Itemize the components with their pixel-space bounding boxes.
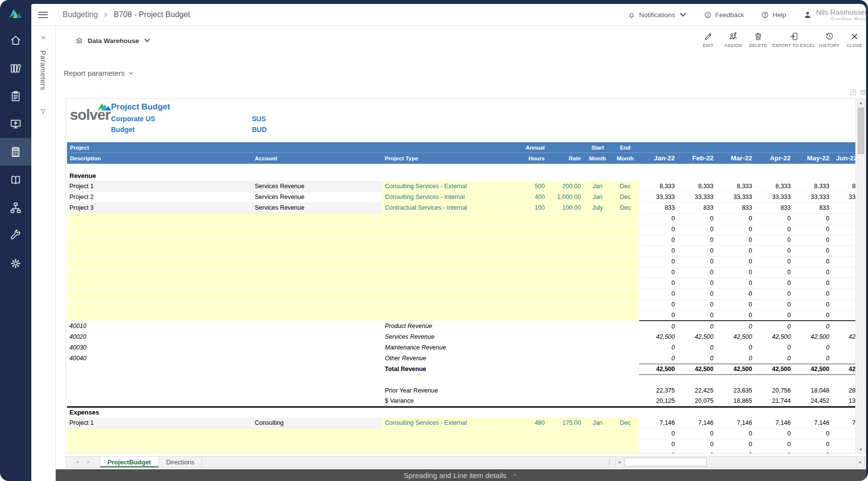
scroll-left-icon[interactable]: ◄: [615, 457, 623, 467]
scroll-right-icon[interactable]: ►: [856, 457, 865, 467]
cell-acct[interactable]: [252, 299, 382, 310]
cell-type[interactable]: [382, 450, 515, 454]
cell-type[interactable]: [382, 288, 515, 299]
cell-hours[interactable]: 400: [515, 192, 548, 202]
data-source-dropdown[interactable]: Data Warehouse: [75, 37, 151, 44]
cell-hours[interactable]: [515, 267, 548, 278]
cell-start[interactable]: [584, 256, 611, 267]
cell-rate[interactable]: 1,000.00: [548, 192, 584, 202]
cell-hours[interactable]: [515, 245, 548, 256]
cell-rate[interactable]: 200.00: [548, 181, 584, 192]
cell-rate[interactable]: [548, 224, 584, 235]
vertical-scrollbar[interactable]: ▲ ▼: [857, 98, 865, 454]
cell-type[interactable]: Consulting Services - External: [382, 417, 515, 428]
cell-hours[interactable]: [515, 235, 548, 245]
cell-type[interactable]: [382, 256, 515, 267]
cell-start[interactable]: [584, 267, 611, 278]
cell-desc[interactable]: [67, 267, 252, 278]
cell-start[interactable]: Jan: [584, 181, 611, 192]
cell-hours[interactable]: [515, 278, 548, 288]
cell-start[interactable]: July: [584, 202, 611, 213]
cell-end[interactable]: [611, 310, 639, 321]
cell-start[interactable]: [584, 213, 611, 224]
hamburger-menu-icon[interactable]: [38, 12, 48, 18]
cell-type[interactable]: Consulting Services - Internal: [382, 192, 515, 202]
sidebar-item-calculator[interactable]: [0, 138, 31, 166]
assign-button[interactable]: ASSIGN: [722, 31, 744, 48]
sidebar-item-tools[interactable]: [0, 221, 31, 249]
cell-desc[interactable]: [67, 235, 252, 245]
cell-start[interactable]: [584, 299, 611, 310]
spreading-details-expander[interactable]: Spreading and Line item details: [56, 469, 866, 481]
cell-hours[interactable]: [515, 299, 548, 310]
cell-rate[interactable]: 100.00: [548, 202, 584, 213]
horizontal-scroll-track[interactable]: [623, 457, 856, 467]
horizontal-scroll-thumb[interactable]: [624, 458, 707, 466]
cell-type[interactable]: [382, 245, 515, 256]
scroll-up-icon[interactable]: ▲: [857, 99, 865, 107]
cell-end[interactable]: [611, 450, 639, 454]
cell-type[interactable]: [382, 428, 515, 439]
cell-desc[interactable]: [67, 278, 252, 288]
cell-type[interactable]: [382, 224, 515, 235]
cell-type[interactable]: [382, 278, 515, 288]
feedback-button[interactable]: Feedback: [704, 11, 744, 19]
cell-desc[interactable]: [67, 450, 252, 454]
cell-start[interactable]: Jan: [584, 192, 611, 202]
sidebar-item-settings[interactable]: [0, 249, 31, 277]
sidebar-item-library[interactable]: [0, 54, 31, 82]
cell-end[interactable]: [611, 245, 639, 256]
cell-rate[interactable]: [548, 245, 584, 256]
cell-rate[interactable]: [548, 267, 584, 278]
cell-end[interactable]: Dec: [611, 181, 639, 192]
cell-end[interactable]: [611, 428, 639, 439]
cell-end[interactable]: [611, 267, 639, 278]
cell-rate[interactable]: [548, 450, 584, 454]
cell-start[interactable]: [584, 450, 611, 454]
table-icon[interactable]: [860, 88, 866, 96]
cell-end[interactable]: [611, 278, 639, 288]
cell-type[interactable]: [382, 213, 515, 224]
tab-projectbudget[interactable]: ProjectBudget: [100, 457, 159, 467]
cell-end[interactable]: Dec: [611, 417, 639, 428]
cell-rate[interactable]: [548, 235, 584, 245]
cell-hours[interactable]: 500: [515, 181, 548, 192]
breadcrumb-parent[interactable]: Budgeting: [63, 10, 98, 19]
cell-acct[interactable]: [252, 439, 382, 450]
cell-hours[interactable]: [515, 450, 548, 454]
vertical-scroll-thumb[interactable]: [858, 108, 864, 154]
cell-acct[interactable]: [252, 245, 382, 256]
cell-desc[interactable]: [67, 256, 252, 267]
cell-rate[interactable]: [548, 310, 584, 321]
expand-panel-icon[interactable]: »: [31, 33, 55, 42]
cell-desc[interactable]: [67, 428, 252, 439]
cell-rate[interactable]: [548, 288, 584, 299]
cell-acct[interactable]: [252, 288, 382, 299]
tab-directions[interactable]: Directions: [159, 457, 202, 467]
cell-end[interactable]: [611, 299, 639, 310]
cell-desc[interactable]: [67, 439, 252, 450]
filter-icon[interactable]: [31, 108, 55, 115]
cell-end[interactable]: [611, 213, 639, 224]
cell-start[interactable]: [584, 288, 611, 299]
edit-grid-icon[interactable]: [849, 88, 857, 96]
delete-button[interactable]: DELETE: [747, 31, 769, 48]
cell-acct[interactable]: [252, 235, 382, 245]
cell-rate[interactable]: [548, 439, 584, 450]
cell-desc[interactable]: [67, 299, 252, 310]
cell-desc[interactable]: [67, 288, 252, 299]
notifications-button[interactable]: Notifications: [627, 11, 687, 19]
cell-desc[interactable]: [67, 224, 252, 235]
cell-type[interactable]: [382, 235, 515, 245]
cell-rate[interactable]: [548, 278, 584, 288]
cell-start[interactable]: [584, 245, 611, 256]
cell-start[interactable]: [584, 310, 611, 321]
sidebar-item-book[interactable]: [0, 166, 31, 194]
user-menu[interactable]: Nils Rasmussen CorpDemo Master: [803, 8, 866, 21]
cell-acct[interactable]: [252, 256, 382, 267]
cell-hours[interactable]: 490: [515, 417, 548, 428]
cell-acct[interactable]: [252, 213, 382, 224]
history-button[interactable]: HISTORY: [819, 31, 840, 48]
cell-end[interactable]: Dec: [611, 192, 639, 202]
cell-desc[interactable]: [67, 310, 252, 321]
